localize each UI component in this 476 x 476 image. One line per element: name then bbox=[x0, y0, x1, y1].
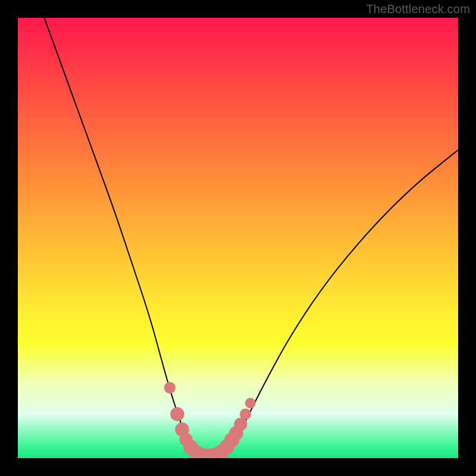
watermark-text: TheBottleneck.com bbox=[366, 2, 470, 16]
marker-dot bbox=[164, 382, 176, 393]
marker-dot bbox=[170, 407, 184, 421]
bottleneck-curve bbox=[44, 18, 458, 456]
chart-frame: TheBottleneck.com bbox=[0, 0, 476, 476]
marker-group bbox=[164, 382, 256, 458]
curve-layer bbox=[18, 18, 458, 458]
plot-area bbox=[18, 18, 458, 458]
marker-dot bbox=[240, 408, 251, 419]
marker-dot bbox=[245, 398, 256, 409]
